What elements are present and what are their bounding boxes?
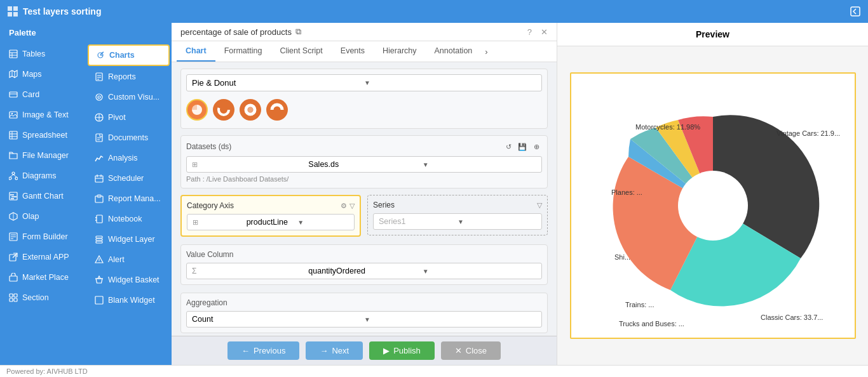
sidebar-item-charts-label: Charts [109,51,135,60]
svg-rect-38 [10,298,13,301]
donut-chart-btn[interactable] [213,99,234,121]
svg-point-67 [219,105,229,115]
axis-series-row: Category Axis ⚙ ▽ ⊞ productLine ▼ [180,195,548,237]
sidebar-item-image-text[interactable]: Image & Text [2,105,84,124]
sidebar-item-alert[interactable]: Alert [88,250,170,269]
tab-more-icon[interactable]: › [481,42,491,62]
svg-rect-0 [8,6,12,11]
svg-rect-26 [11,196,17,197]
svg-rect-5 [10,50,17,58]
sidebar-item-maps-label: Maps [22,70,42,79]
sidebar-item-reports[interactable]: Reports [88,67,170,86]
sidebar-item-tables[interactable]: Tables [2,44,84,63]
svg-rect-1 [13,6,18,11]
diagram-icon [8,171,18,181]
sidebar-item-custom-visu[interactable]: Custom Visu... [88,88,170,107]
category-settings-icon[interactable]: ⚙ [341,202,347,210]
svg-point-19 [12,172,15,175]
reports-icon [94,72,104,82]
sidebar-item-maps[interactable]: Maps [2,65,84,84]
sidebar-item-olap[interactable]: Olap [2,207,84,226]
sidebar-item-documents[interactable]: Documents [88,128,170,147]
sidebar-item-analysis-label: Analysis [108,154,138,162]
sidebar-item-spreadsheet[interactable]: Spreadsheet [2,126,84,145]
sidebar-item-file-manager[interactable]: File Manager [2,146,84,165]
sidebar-item-widget-basket-label: Widget Basket [108,275,159,284]
tab-client-script[interactable]: Client Script [271,41,331,62]
datasets-label: Datasets (ds) [186,142,231,151]
category-axis-db-icon: ⊞ [193,218,244,227]
sidebar-item-external-app-label: External APP [22,253,69,261]
sidebar-item-widget-basket[interactable]: Widget Basket [88,270,170,289]
refresh-datasets-btn[interactable]: ↺ [503,141,514,152]
value-column-label: Value Column [186,250,542,259]
datasets-header: Datasets (ds) ↺ 💾 ⊕ [186,141,542,152]
series-filter-icon[interactable]: ▽ [537,201,542,209]
sidebar-item-form-builder[interactable]: Form Builder [2,227,84,246]
window-close-icon[interactable]: ✕ [541,27,548,37]
aggregation-dropdown[interactable]: Count ▼ [186,311,542,327]
tab-annotation[interactable]: Annotation [426,41,482,62]
main-area: Palette Tables Maps [0,23,868,365]
category-filter-icon[interactable]: ▽ [349,202,355,210]
market-icon [8,272,18,282]
external-link-icon[interactable]: ⧉ [295,27,301,37]
sidebar-item-scheduler[interactable]: Scheduler [88,169,170,188]
publish-button[interactable]: ▶ Publish [369,341,435,360]
sidebar-item-widget-layer[interactable]: Widget Layer [88,230,170,249]
svg-rect-36 [10,294,13,297]
previous-button[interactable]: ← Previous [227,341,300,360]
category-axis-dropdown[interactable]: ⊞ productLine ▼ [187,214,355,230]
sidebar-col1: Tables Maps Card [0,43,86,365]
tab-hierarchy[interactable]: Hierarchy [374,41,426,62]
sidebar-item-external-app[interactable]: External APP [2,248,84,267]
chart-type-dropdown[interactable]: Pie & Donut ▼ [186,74,542,91]
sidebar-item-diagrams-label: Diagrams [22,171,57,180]
sidebar-item-analysis[interactable]: Analysis [88,149,170,168]
sidebar-item-market-place-label: Market Place [22,273,69,282]
sidebar-item-section[interactable]: Section [2,288,84,307]
tab-formatting[interactable]: Formatting [215,41,271,62]
series-col: Series ▽ Series1 ▼ [367,195,548,237]
sidebar-item-report-mana-label: Report Mana... [108,194,161,203]
sidebar-item-gantt[interactable]: Gantt Chart [2,187,84,206]
svg-point-46 [96,94,102,100]
window-help-icon[interactable]: ? [527,27,532,37]
tab-chart[interactable]: Chart [177,41,215,62]
back-icon[interactable] [849,5,862,18]
sidebar-item-card[interactable]: Card [2,85,84,104]
sidebar-item-blank-widget[interactable]: Blank Widget [88,291,170,310]
series-dropdown[interactable]: Series1 ▼ [373,213,542,230]
tab-events[interactable]: Events [332,41,374,62]
sidebar-item-file-manager-label: File Manager [22,151,69,160]
sidebar-item-charts[interactable]: Charts [88,44,170,66]
series-label: Series [373,201,395,209]
sidebar-item-market-place[interactable]: Market Place [2,268,84,287]
datasets-dropdown[interactable]: ⊞ Sales.ds ▼ [186,156,542,173]
svg-rect-58 [95,217,97,218]
category-axis-actions: ⚙ ▽ [341,202,355,210]
half-donut-btn[interactable] [266,99,288,121]
value-column-arrow: ▼ [423,268,536,275]
sidebar-item-widget-layer-label: Widget Layer [108,235,155,244]
footer: Powered by: AIVHUB LTD [0,365,868,377]
sidebar-item-pivot[interactable]: Pivot [88,108,170,127]
sidebar-item-report-mana[interactable]: Report Mana... [88,189,170,208]
pie-chart-btn[interactable] [186,99,208,121]
close-button[interactable]: ✕ Close [441,341,501,360]
card-icon [8,89,18,100]
save-datasets-btn[interactable]: 💾 [517,141,528,152]
add-datasets-btn[interactable]: ⊕ [531,141,542,152]
series-section: Series ▽ Series1 ▼ [367,195,548,235]
preview-chart-container: Vintage Cars: 21.9... Motorcycles: 11.98… [570,72,856,339]
next-button[interactable]: → Next [306,341,363,360]
ring-chart-btn[interactable] [240,99,261,121]
datasets-arrow: ▼ [423,161,536,168]
chart-type-value: Pie & Donut [192,78,364,88]
value-column-dropdown[interactable]: Σ quantityOrdered ▼ [186,263,542,279]
sidebar-item-notebook[interactable]: Notebook [88,209,170,228]
previous-label: Previous [254,346,286,355]
svg-rect-35 [10,276,17,281]
scheduler-icon [94,173,104,183]
sidebar-item-diagrams[interactable]: Diagrams [2,166,84,185]
